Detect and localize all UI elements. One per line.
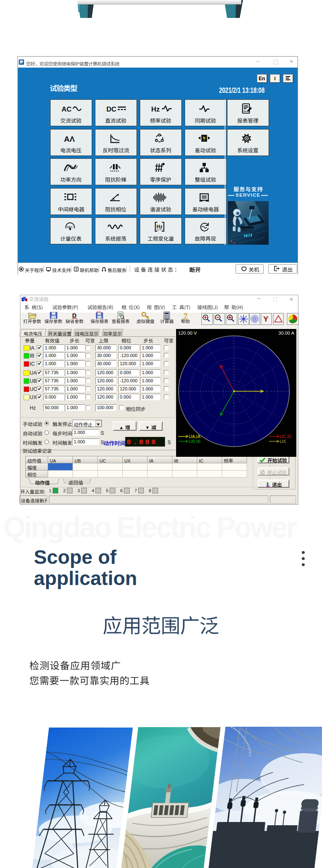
svg-text:xml: xml xyxy=(97,311,101,313)
svg-text:30.00 A: 30.00 A xyxy=(278,331,294,335)
svg-text:?: ? xyxy=(75,267,77,272)
svg-text:AΛ: AΛ xyxy=(64,135,75,143)
svg-text:UC,IC: UC,IC xyxy=(280,434,292,439)
svg-text:DC: DC xyxy=(106,105,117,113)
svg-text:I: I xyxy=(71,225,72,229)
svg-text:U: U xyxy=(67,225,70,229)
svg-text:120.00 V: 120.00 V xyxy=(178,331,197,335)
svg-text:UB,IB: UB,IB xyxy=(189,439,201,444)
svg-text:Aa: Aa xyxy=(243,110,247,112)
svg-text:AC: AC xyxy=(62,105,72,113)
svg-text:Hz: Hz xyxy=(157,224,163,230)
svg-text:UX: UX xyxy=(280,439,286,444)
svg-text:Hz: Hz xyxy=(151,105,160,113)
svg-text:UA,IA: UA,IA xyxy=(189,434,201,439)
svg-text:Y: Y xyxy=(263,315,269,323)
